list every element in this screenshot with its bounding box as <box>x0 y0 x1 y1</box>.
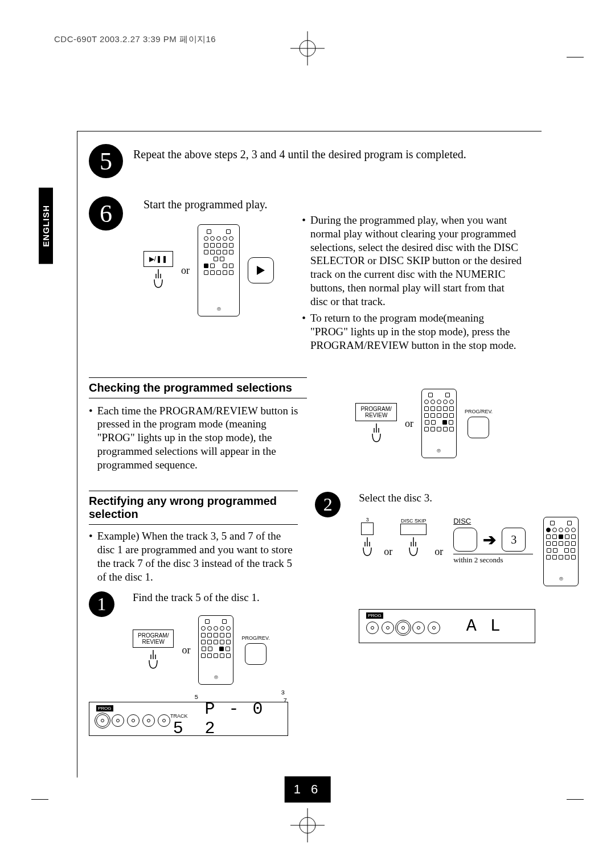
or-label: or <box>434 546 443 558</box>
or-label: or <box>182 644 190 656</box>
disc-skip-device-button <box>400 524 427 535</box>
rectify-step-2-badge: 2 <box>315 492 341 517</box>
play-remote-button <box>248 257 274 283</box>
crop-mark-top <box>290 31 325 65</box>
or-label: or <box>181 265 190 277</box>
play-pause-device-button: ▶/❚❚ <box>144 251 173 267</box>
disc-remote-round-button <box>453 528 477 552</box>
step-6-badge: 6 <box>89 196 123 231</box>
page-header: CDC-690T 2003.2.27 3:39 PM 페이지16 <box>54 34 216 45</box>
rectifying-example: Example) When the track 3, 5 and 7 of th… <box>89 529 298 583</box>
brand-label: ◎ <box>422 446 456 454</box>
remote-illustration: ◎ <box>543 517 579 586</box>
or-label: or <box>384 546 392 558</box>
step-6-bullet: To return to the program mode(meaning "P… <box>302 311 524 352</box>
content-frame: 5 Repeat the above steps 2, 3 and 4 unti… <box>77 131 542 778</box>
program-review-device-button: PROGRAM/ REVIEW <box>355 403 396 421</box>
hand-icon <box>150 267 167 290</box>
brand-label: ◎ <box>199 673 233 681</box>
rectifying-heading: Rectifying any wrong programmed selectio… <box>89 493 298 522</box>
checking-bullet: Each time the PROGRAM/REVIEW button is p… <box>89 404 307 472</box>
rectify-step-2-text: Select the disc 3. <box>359 492 579 504</box>
step-5-badge: 5 <box>89 144 123 178</box>
hand-icon <box>359 535 376 558</box>
remote-illustration: ◎ <box>421 389 457 458</box>
prog-rev-remote-button <box>245 643 266 665</box>
checking-heading: Checking the programmed selections <box>89 380 307 396</box>
prog-rev-label: PROG/REV. <box>241 635 269 641</box>
step-6-bullet: During the programmed play, when you wan… <box>302 213 524 308</box>
lcd-display-step2: PROG A L <box>359 609 535 643</box>
hand-icon <box>145 648 162 670</box>
lcd-display-step1: PROG TRACK 5 P - 0 2 5 <box>89 702 288 736</box>
prog-rev-label: PROG/REV. <box>465 409 493 414</box>
brand-label: ◎ <box>198 305 239 312</box>
step-6-text: Start the programmed play. <box>144 196 285 212</box>
language-tab: ENGLISH <box>39 188 53 264</box>
remote-illustration: ◎ <box>198 615 233 685</box>
or-label: or <box>405 418 413 430</box>
disc-label: DISC <box>453 517 471 525</box>
rectify-step-1-badge: 1 <box>89 591 114 617</box>
brand-label: ◎ <box>544 574 578 582</box>
within-label: within 2 seconds <box>453 554 533 565</box>
step-5-text: Repeat the above steps 2, 3 and 4 until … <box>133 144 524 162</box>
hand-icon <box>368 421 385 444</box>
program-review-device-button: PROGRAM/ REVIEW <box>133 630 174 648</box>
crop-mark-bottom <box>290 808 325 842</box>
arrow-right-icon: ➔ <box>483 530 496 549</box>
page-number: 1 6 <box>285 776 331 803</box>
prog-rev-remote-button <box>468 417 489 438</box>
crop-tick <box>567 799 584 800</box>
disc-3-device-button <box>361 523 374 535</box>
crop-tick <box>567 57 584 57</box>
disc-3-remote-button: 3 <box>502 528 526 552</box>
remote-illustration: ◎ <box>198 224 240 316</box>
crop-tick <box>31 799 48 800</box>
rectify-step-1-text: Find the track 5 of the disc 1. <box>133 591 298 604</box>
hand-icon <box>405 535 422 558</box>
